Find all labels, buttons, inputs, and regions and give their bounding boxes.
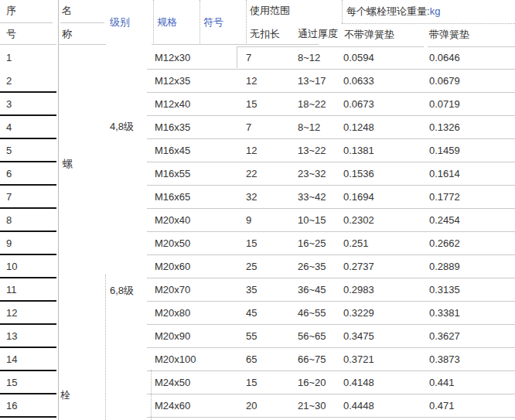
- cell-seq-number: 4: [6, 116, 12, 139]
- cell-weight-with-washer: 0.3873: [429, 348, 460, 371]
- cell-through-thickness: 8~12: [298, 116, 320, 139]
- cell-unthreaded-length: 7: [246, 46, 251, 70]
- table-row: 6 M16x55 22 23~32 0.1536 0.1614: [0, 162, 515, 186]
- table-row: 14 M20x100 65 66~75 0.3721 0.3873: [0, 348, 515, 371]
- cell-weight-without-washer: 0.0673: [343, 93, 374, 116]
- cell-seq-number: 1: [6, 46, 12, 70]
- usage-column-dotted-border: [246, 0, 247, 45]
- cell-through-thickness: 10~15: [298, 209, 326, 232]
- cell-spec: M12x30: [155, 46, 190, 70]
- cell-weight-without-washer: 0.3229: [343, 302, 374, 325]
- header-unthreaded-length: 无扣长: [250, 23, 280, 45]
- table-row: 4 M16x35 7 8~12 0.1248 0.1326: [0, 116, 515, 139]
- cell-weight-with-washer: 0.0646: [429, 46, 460, 70]
- cell-seq-number: 7: [6, 186, 12, 209]
- spec-column-dotted-border: [153, 0, 154, 45]
- cell-spec: M12x40: [155, 93, 190, 116]
- cell-through-thickness: 8~12: [298, 46, 320, 70]
- table-row: 8 M20x40 9 10~15 0.2302 0.2454: [0, 209, 515, 232]
- cell-through-thickness: 13~22: [298, 139, 326, 162]
- cell-spec: M16x55: [155, 162, 190, 186]
- cell-weight-with-washer: 0.2662: [429, 232, 460, 255]
- table-row: 1 M12x30 7 8~12 0.0594 0.0646: [0, 46, 515, 70]
- cell-weight-without-washer: 0.2302: [343, 209, 374, 232]
- cell-through-thickness: 18~22: [298, 93, 326, 116]
- cell-spec: M24x50: [155, 371, 190, 394]
- cell-unthreaded-length: 55: [246, 325, 257, 348]
- cell-through-thickness: 16~25: [298, 232, 326, 255]
- cell-weight-with-washer: 0.0719: [429, 93, 460, 116]
- header-weight-unit-link[interactable]: kg: [430, 5, 441, 17]
- cell-weight-with-washer: 0.1772: [429, 186, 460, 209]
- cell-unthreaded-length: 15: [246, 93, 257, 116]
- cell-spec: M20x70: [155, 278, 190, 302]
- cell-unthreaded-length: 22: [246, 162, 257, 186]
- seq-header-divider: [0, 22, 53, 23]
- weight-column-dotted-border: [342, 0, 343, 23]
- cell-spec: M20x100: [155, 348, 196, 371]
- cell-spec: M20x40: [155, 209, 190, 232]
- cell-weight-without-washer: 0.0633: [343, 70, 374, 93]
- cell-seq-number: 16: [6, 394, 17, 418]
- cell-weight-without-washer: 0.4148: [343, 371, 374, 394]
- cell-through-thickness: 13~17: [298, 70, 326, 93]
- cell-spec: M16x65: [155, 186, 190, 209]
- cell-spec: M20x50: [155, 232, 190, 255]
- cell-weight-without-washer: 0.1381: [343, 139, 374, 162]
- cell-seq-number: 13: [6, 325, 17, 348]
- cell-unthreaded-length: 12: [246, 70, 257, 93]
- cell-seq-number: 3: [6, 93, 12, 116]
- table-row: 3 M12x40 15 18~22 0.0673 0.0719: [0, 93, 515, 116]
- cell-unthreaded-length: 15: [246, 232, 257, 255]
- cell-seq-number: 11: [6, 278, 17, 302]
- symbol-column-dotted-border: [200, 0, 200, 45]
- cell-unthreaded-length: 35: [246, 278, 257, 302]
- cell-spec: M16x35: [155, 116, 190, 139]
- cell-seq-number: 8: [6, 209, 12, 232]
- weight-header-dotted-divider: [342, 23, 515, 24]
- cell-weight-without-washer: 0.2983: [343, 278, 374, 302]
- header-symbol-link[interactable]: 符号: [203, 0, 223, 45]
- cell-through-thickness: 46~55: [298, 302, 326, 325]
- cell-spec: M12x35: [155, 70, 190, 93]
- cell-through-thickness: 36~45: [298, 278, 326, 302]
- cell-spec: M20x60: [155, 255, 190, 278]
- table-row: 10 M20x60 25 26~35 0.2737 0.2889: [0, 255, 515, 278]
- cell-spec: M20x80: [155, 302, 190, 325]
- header-seq-bottom: 号: [6, 23, 16, 45]
- cell-weight-with-washer: 0.2889: [429, 255, 460, 278]
- cell-unthreaded-length: 32: [246, 186, 257, 209]
- cell-seq-number: 10: [6, 255, 17, 278]
- header-weight-text: 每个螺栓理论重量:: [346, 5, 430, 17]
- cell-unthreaded-length: 20: [246, 394, 257, 418]
- cell-spec: M16x45: [155, 139, 190, 162]
- cell-weight-without-washer: 0.1694: [343, 186, 374, 209]
- header-spec-link[interactable]: 规格: [157, 0, 177, 45]
- header-weight-title: 每个螺栓理论重量:kg: [346, 0, 440, 23]
- cell-seq-number: 12: [6, 302, 17, 325]
- seq-row-black-line: [0, 416, 56, 418]
- cell-unthreaded-length: 45: [246, 302, 257, 325]
- header-through-thickness: 通过厚度: [298, 23, 338, 45]
- cell-seq-number: 6: [6, 162, 12, 186]
- table-row: 15 M24x50 15 16~20 0.4148 0.441: [0, 371, 515, 394]
- table-row: 9 M20x50 15 16~25 0.251 0.2662: [0, 232, 515, 255]
- cell-through-thickness: 16~20: [298, 371, 326, 394]
- cell-through-thickness: 33~42: [298, 186, 326, 209]
- cell-weight-with-washer: 0.471: [429, 394, 455, 418]
- cell-weight-without-washer: 0.2737: [343, 255, 374, 278]
- cell-spec: M24x60: [155, 394, 190, 418]
- cell-weight-without-washer: 0.3475: [343, 325, 374, 348]
- cell-weight-with-washer: 0.2454: [429, 209, 460, 232]
- cell-seq-number: 9: [6, 232, 12, 255]
- name-header-divider: [60, 22, 104, 23]
- cell-weight-without-washer: 0.4448: [343, 394, 374, 418]
- header-usage-range: 使用范围: [250, 0, 290, 22]
- header-grade-link[interactable]: 级别: [110, 0, 130, 45]
- cell-through-thickness: 26~35: [298, 255, 326, 278]
- header-name-top: 名: [62, 0, 72, 22]
- table-row: 12 M20x80 45 46~55 0.3229 0.3381: [0, 302, 515, 325]
- cell-seq-number: 14: [6, 348, 17, 371]
- cell-weight-with-washer: 0.1614: [429, 162, 460, 186]
- cell-weight-without-washer: 0.0594: [343, 46, 374, 70]
